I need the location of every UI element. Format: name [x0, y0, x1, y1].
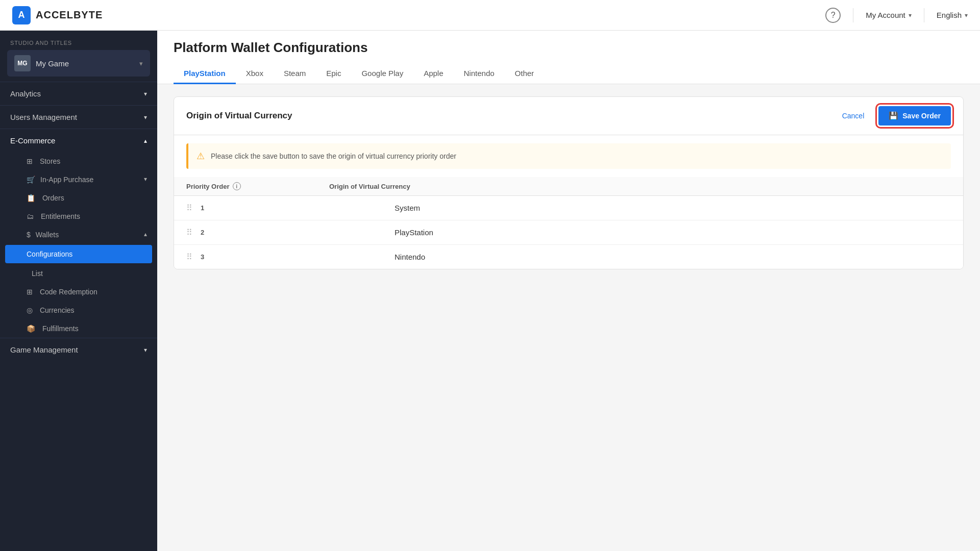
top-nav-right: ? My Account ▾ English ▾ — [825, 8, 968, 23]
main-content: Platform Wallet Configurations PlayStati… — [157, 31, 980, 551]
tab-nintendo[interactable]: Nintendo — [454, 64, 505, 84]
tab-steam[interactable]: Steam — [274, 64, 316, 84]
drag-handle-2[interactable]: ⠿ — [186, 228, 192, 237]
layout: STUDIO AND TITLES MG My Game ▾ Analytics… — [0, 31, 980, 551]
tab-xbox[interactable]: Xbox — [236, 64, 274, 84]
sidebar-item-list[interactable]: List — [0, 264, 157, 283]
sidebar-item-entitlements[interactable]: 🗂 Entitlements — [0, 207, 157, 226]
drag-handle-1[interactable]: ⠿ — [186, 203, 192, 213]
game-chevron: ▾ — [139, 60, 143, 67]
entitlements-label: Entitlements — [41, 212, 80, 220]
tab-apple[interactable]: Apple — [413, 64, 453, 84]
table-header: Priority Order i Origin of Virtual Curre… — [174, 177, 963, 196]
ecommerce-section: E-Commerce ▴ ⊞ Stores 🛒 In-App Purchase … — [0, 129, 157, 338]
content-area: Origin of Virtual Currency Cancel 💾 Save… — [157, 84, 980, 551]
table-row: ⠿ 1 System — [174, 196, 963, 220]
game-name: My Game — [36, 59, 134, 68]
tab-other[interactable]: Other — [505, 64, 545, 84]
save-order-button[interactable]: 💾 Save Order — [878, 106, 951, 126]
table-row: ⠿ 2 PlayStation — [174, 220, 963, 245]
orders-icon: 📋 — [27, 194, 35, 202]
game-management-section: Game Management ▾ — [0, 338, 157, 361]
sidebar-item-fulfillments[interactable]: 📦 Fulfillments — [0, 319, 157, 338]
wallets-chevron: ▴ — [144, 231, 147, 239]
sidebar-item-ecommerce[interactable]: E-Commerce ▴ — [0, 129, 157, 152]
language-chevron: ▾ — [965, 12, 968, 19]
code-redemption-label: Code Redemption — [40, 288, 97, 296]
warning-icon: ⚠ — [197, 151, 205, 162]
origin-card: Origin of Virtual Currency Cancel 💾 Save… — [174, 96, 964, 269]
ecommerce-chevron: ▴ — [144, 137, 147, 144]
logo-initial: A — [18, 10, 25, 20]
my-account-chevron: ▾ — [909, 12, 912, 19]
row-3-origin: Nintendo — [344, 253, 951, 261]
users-management-label: Users Management — [10, 113, 77, 121]
list-label: List — [32, 269, 43, 278]
priority-info-icon[interactable]: i — [233, 182, 241, 190]
card-header: Origin of Virtual Currency Cancel 💾 Save… — [174, 97, 963, 135]
fulfillments-label: Fulfillments — [42, 324, 79, 333]
tabs-bar: PlayStation Xbox Steam Epic Google Play … — [174, 64, 964, 84]
ecommerce-label: E-Commerce — [10, 136, 55, 145]
sidebar-item-wallets[interactable]: $ Wallets ▴ — [0, 226, 157, 244]
currencies-label: Currencies — [40, 306, 75, 314]
game-selector[interactable]: MG My Game ▾ — [7, 50, 150, 77]
sidebar-item-code-redemption[interactable]: ⊞ Code Redemption — [0, 283, 157, 301]
help-icon[interactable]: ? — [825, 8, 841, 23]
orders-label: Orders — [42, 194, 64, 202]
in-app-purchase-label: In-App Purchase — [40, 176, 93, 184]
studio-label: STUDIO AND TITLES — [0, 31, 157, 50]
table-row: ⠿ 3 Nintendo — [174, 245, 963, 269]
card-title: Origin of Virtual Currency — [186, 111, 292, 121]
col-header-origin: Origin of Virtual Currency — [329, 183, 951, 190]
page-header: Platform Wallet Configurations PlayStati… — [157, 31, 980, 84]
sidebar-item-stores[interactable]: ⊞ Stores — [0, 152, 157, 170]
row-2-origin: PlayStation — [344, 228, 951, 237]
warning-banner: ⚠ Please click the save button to save t… — [186, 143, 951, 169]
row-1-priority: 1 — [201, 204, 344, 212]
language-button[interactable]: English ▾ — [937, 11, 968, 19]
logo-text: ACCELBYTE — [36, 9, 103, 21]
sidebar-item-users-management[interactable]: Users Management ▾ — [0, 106, 157, 129]
save-icon: 💾 — [889, 111, 898, 120]
stores-icon: ⊞ — [27, 157, 33, 165]
cancel-button[interactable]: Cancel — [836, 108, 871, 124]
currencies-icon: ◎ — [27, 306, 33, 314]
sidebar-item-configurations[interactable]: Configurations — [5, 245, 152, 263]
sidebar-item-in-app-purchase[interactable]: 🛒 In-App Purchase ▾ — [0, 170, 157, 189]
logo-area: A ACCELBYTE — [12, 6, 103, 24]
in-app-purchase-icon: 🛒 — [27, 176, 35, 184]
sidebar-item-orders[interactable]: 📋 Orders — [0, 189, 157, 207]
sidebar: STUDIO AND TITLES MG My Game ▾ Analytics… — [0, 31, 157, 551]
sidebar-item-analytics[interactable]: Analytics ▾ — [0, 82, 157, 105]
analytics-chevron: ▾ — [144, 90, 147, 97]
stores-label: Stores — [40, 157, 60, 165]
game-management-chevron: ▾ — [144, 346, 147, 354]
logo-icon: A — [12, 6, 31, 24]
game-avatar: MG — [14, 55, 31, 71]
nav-divider — [853, 8, 853, 22]
row-1-origin: System — [344, 204, 951, 212]
game-management-label: Game Management — [10, 345, 78, 354]
card-actions: Cancel 💾 Save Order — [836, 106, 951, 126]
my-account-label: My Account — [866, 11, 905, 19]
row-3-priority: 3 — [201, 253, 344, 261]
tab-google-play[interactable]: Google Play — [351, 64, 413, 84]
entitlements-icon: 🗂 — [27, 212, 34, 220]
warning-message: Please click the save button to save the… — [211, 152, 456, 160]
top-nav: A ACCELBYTE ? My Account ▾ English ▾ — [0, 0, 980, 31]
tab-playstation[interactable]: PlayStation — [174, 64, 236, 84]
analytics-label: Analytics — [10, 89, 41, 98]
fulfillments-icon: 📦 — [27, 324, 35, 333]
users-management-chevron: ▾ — [144, 114, 147, 121]
code-redemption-icon: ⊞ — [27, 288, 33, 296]
sidebar-item-currencies[interactable]: ◎ Currencies — [0, 301, 157, 319]
page-title: Platform Wallet Configurations — [174, 40, 964, 56]
sidebar-item-game-management[interactable]: Game Management ▾ — [0, 338, 157, 361]
wallets-label: Wallets — [36, 231, 59, 239]
my-account-button[interactable]: My Account ▾ — [866, 11, 912, 19]
drag-handle-3[interactable]: ⠿ — [186, 252, 192, 262]
tab-epic[interactable]: Epic — [316, 64, 351, 84]
users-management-section: Users Management ▾ — [0, 105, 157, 129]
language-label: English — [937, 11, 962, 19]
